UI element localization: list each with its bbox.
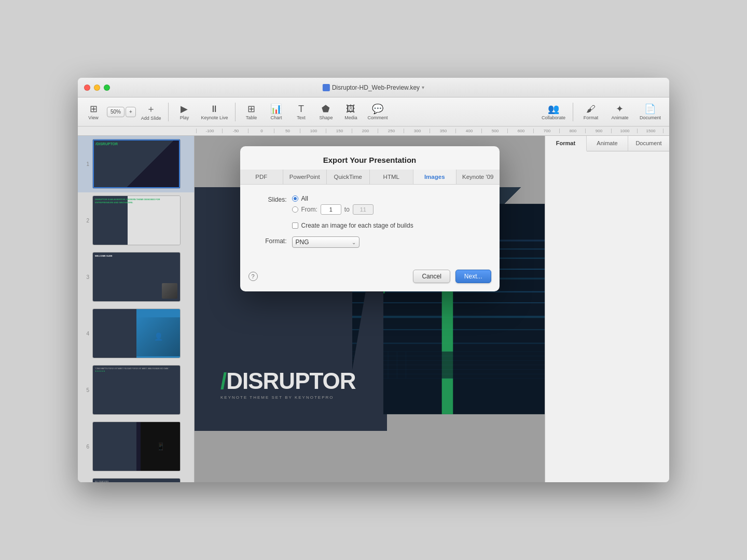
cancel-button[interactable]: Cancel — [413, 270, 450, 283]
radio-all[interactable] — [292, 195, 298, 202]
dialog-checkbox-row: Create an image for each stage of builds — [292, 222, 484, 229]
slide-item[interactable]: 6 📱 — [78, 418, 194, 475]
collaborate-label: Collaborate — [542, 116, 565, 120]
slide-number: 3 — [82, 274, 89, 280]
table-label: Table — [246, 116, 257, 120]
slide-item[interactable]: 7 KEY FEATURES — [78, 475, 194, 482]
maximize-button[interactable] — [104, 85, 110, 91]
slide-item[interactable]: 1 /DISRUPTOR — [78, 136, 194, 192]
toolbar-animate[interactable]: ✦ Animate — [606, 100, 633, 124]
media-icon: 🖼 — [346, 104, 355, 115]
ruler-mark: 100 — [300, 129, 326, 133]
toolbar-keynote-live[interactable]: ⏸ Keynote Live — [198, 100, 231, 124]
toolbar-document[interactable]: 📄 Document — [635, 100, 665, 124]
from-input[interactable]: 1 — [321, 204, 341, 215]
slide-thumbnail[interactable]: "CRAS MATTIS PURUS SIT AMET FEUGIAT PURU… — [92, 365, 181, 415]
ruler-mark: 900 — [585, 129, 611, 133]
dialog-footer: ? Cancel Next... — [240, 265, 500, 291]
ruler-mark: 500 — [481, 129, 507, 133]
from-label: From: — [301, 206, 317, 213]
dialog-tab-keynote09[interactable]: Keynote '09 — [457, 170, 500, 184]
checkbox-builds-row: Create an image for each stage of builds — [292, 222, 413, 229]
from-to-row: From: 1 to 11 — [292, 204, 484, 215]
minimize-button[interactable] — [94, 85, 100, 91]
dialog-tab-images[interactable]: Images — [413, 170, 457, 184]
slide-item[interactable]: 2 DISRUPTOR IS AN ASSERTIVE, MODERN THEM… — [78, 192, 194, 249]
slide-thumbnail[interactable]: KEY FEATURES — [92, 478, 181, 482]
slide-thumbnail[interactable]: WELCOME SLIDE — [92, 252, 181, 302]
ruler-mark: 400 — [455, 129, 481, 133]
dialog-slides-row: Slides: All From: 1 to — [256, 195, 484, 215]
slide-panel[interactable]: 1 /DISRUPTOR 2 DISRUPTOR IS AN ASSERTIVE… — [78, 136, 195, 482]
ruler-mark: 700 — [533, 129, 559, 133]
slide-thumbnail[interactable]: 👤 — [92, 309, 181, 358]
toolbar-collaborate[interactable]: 👥 Collaborate — [538, 100, 569, 124]
text-icon: T — [298, 104, 304, 115]
format-select[interactable]: PNG ⌄ — [292, 236, 359, 248]
toolbar-add-slide[interactable]: ＋ Add Slide — [138, 100, 164, 124]
all-label: All — [301, 195, 308, 202]
toolbar-play[interactable]: ▶ Play — [173, 100, 196, 124]
right-panel-tabs: Format Animate Document — [545, 136, 669, 151]
zoom-value[interactable]: 50% — [107, 107, 125, 117]
toolbar-shape[interactable]: ⬟ Shape — [314, 100, 337, 124]
dialog-tab-pdf[interactable]: PDF — [240, 170, 284, 184]
play-label: Play — [180, 116, 189, 120]
toolbar-comment[interactable]: 💬 Comment — [364, 100, 391, 124]
slide-thumbnail[interactable]: /DISRUPTOR — [92, 139, 181, 189]
format-label: Format — [584, 116, 599, 120]
view-label: View — [88, 116, 98, 120]
dialog-title: Export Your Presentation — [240, 146, 500, 170]
toolbar-chart[interactable]: 📊 Chart — [265, 100, 287, 124]
close-button[interactable] — [84, 85, 90, 91]
help-button[interactable]: ? — [248, 272, 258, 281]
right-panel-tab-format[interactable]: Format — [545, 136, 587, 151]
slide-thumbnail[interactable]: DISRUPTOR IS AN ASSERTIVE, MODERN THEME … — [92, 195, 181, 245]
dialog-tab-html[interactable]: HTML — [370, 170, 413, 184]
title-chevron-icon: ▾ — [422, 85, 424, 90]
zoom-plus-button[interactable]: + — [126, 107, 136, 117]
slide-thumbnail[interactable]: 📱 — [92, 422, 181, 471]
slide-content-preview: "CRAS MATTIS PURUS SIT AMET FEUGIAT PURU… — [93, 366, 180, 374]
to-input[interactable]: 11 — [353, 204, 374, 215]
slide-thumb-inner: DISRUPTOR IS AN ASSERTIVE, MODERN THEME … — [93, 196, 180, 245]
slide-number: 1 — [82, 161, 89, 167]
right-panel: Format Animate Document — [545, 136, 669, 482]
format-value: PNG — [296, 239, 309, 246]
right-panel-tab-document[interactable]: Document — [628, 136, 669, 151]
toolbar-text[interactable]: T Text — [289, 100, 312, 124]
canvas-area[interactable]: /DISRUPTOR KEYNOTE THEME SET BY KEYNOTEP… — [195, 136, 545, 482]
checkbox-builds[interactable] — [292, 222, 298, 229]
radio-all-row: All — [292, 195, 484, 202]
toolbar-format[interactable]: 🖌 Format — [577, 100, 604, 124]
shape-icon: ⬟ — [322, 103, 330, 115]
toolbar-table[interactable]: ⊞ Table — [240, 100, 262, 124]
slide-thumb-inner: 📱 — [93, 422, 180, 471]
slide-number: 6 — [82, 444, 89, 450]
play-icon: ▶ — [181, 103, 188, 115]
dialog-tab-powerpoint[interactable]: PowerPoint — [283, 170, 327, 184]
toolbar-right: 👥 Collaborate 🖌 Format ✦ Animate 📄 Docum… — [538, 100, 665, 124]
slide-phone-preview: 📱 — [141, 422, 180, 471]
toolbar-sep-2 — [235, 103, 236, 121]
next-button[interactable]: Next... — [455, 270, 491, 283]
slide-item[interactable]: 5 "CRAS MATTIS PURUS SIT AMET FEUGIAT PU… — [78, 362, 194, 418]
keynote-live-icon: ⏸ — [210, 104, 219, 115]
toolbar-media[interactable]: 🖼 Media — [339, 100, 362, 124]
slide-item[interactable]: 3 WELCOME SLIDE — [78, 249, 194, 305]
slide-thumb-inner: /DISRUPTOR — [93, 139, 180, 188]
right-panel-tab-animate[interactable]: Animate — [587, 136, 628, 151]
format-chevron-icon: ⌄ — [352, 240, 356, 245]
ruler-mark: 250 — [378, 129, 404, 133]
animate-icon: ✦ — [616, 103, 624, 115]
toolbar-sep-3 — [573, 103, 573, 121]
add-slide-label: Add Slide — [141, 116, 161, 121]
window-title: Disruptor-HD_Web-Preview.key — [332, 84, 420, 91]
thumb-active-border — [93, 139, 180, 188]
document-icon: 📄 — [644, 103, 656, 115]
radio-from[interactable] — [292, 206, 298, 213]
ruler-mark: 1000 — [611, 129, 637, 133]
toolbar-view[interactable]: ⊞ View — [82, 100, 105, 124]
slide-item[interactable]: 4 👤 — [78, 305, 194, 362]
dialog-tab-quicktime[interactable]: QuickTime — [327, 170, 370, 184]
